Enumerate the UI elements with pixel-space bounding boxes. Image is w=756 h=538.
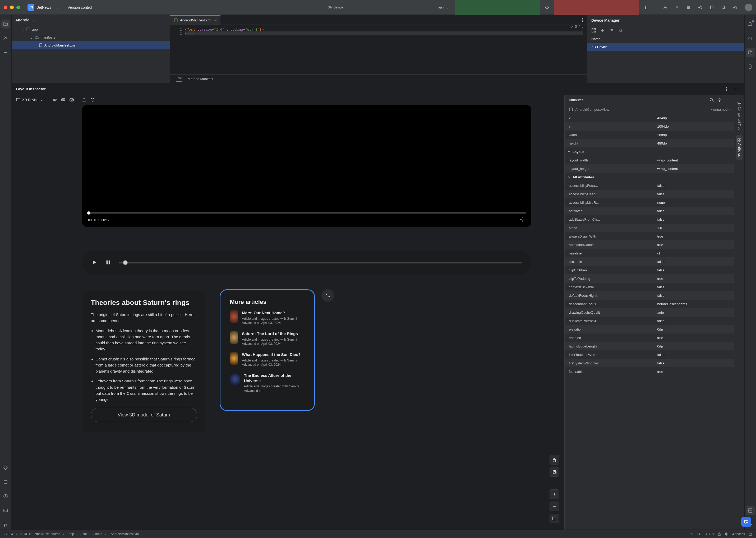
tree-node-manifests[interactable]: ⌄ manifests	[12, 33, 170, 41]
attr-row[interactable]: animationCachetrue	[565, 241, 734, 249]
breadcrumbs[interactable]: ▫2024-12-05_RC11_jetnews_xr_source›▫app›…	[4, 532, 140, 536]
add-device-icon[interactable]	[600, 28, 605, 33]
attr-row[interactable]: accessibilityHeadi…false	[565, 190, 734, 198]
editor-tab[interactable]: AndroidManifest.xml ×	[170, 15, 220, 25]
breadcrumb-item[interactable]: app	[69, 532, 74, 536]
structure-tool-button[interactable]	[1, 34, 10, 43]
device-manager-button[interactable]	[746, 48, 755, 57]
file-encoding[interactable]: UTF-8	[705, 532, 714, 536]
attributes-table[interactable]: x434dpy1004dpwidth288dpheight480dpLayout…	[565, 114, 734, 529]
attr-group-header[interactable]: Layout	[565, 147, 734, 156]
editor-subtab-text[interactable]: Text	[176, 76, 182, 82]
export-icon[interactable]	[82, 97, 87, 102]
more-article-item[interactable]: Mars: Our Next Home?Article and images c…	[230, 310, 305, 325]
play-button[interactable]	[91, 259, 97, 266]
search-icon[interactable]	[710, 98, 714, 102]
window-maximize-button[interactable]	[16, 6, 20, 9]
gear-icon[interactable]	[718, 98, 722, 102]
window-minimize-button[interactable]	[10, 6, 14, 9]
preview-area[interactable]: 00:00 • 00:17	[12, 105, 564, 529]
seek-handle[interactable]	[87, 211, 90, 215]
profiler-button[interactable]	[661, 3, 670, 12]
attr-row[interactable]: drawingCacheQualitauto	[565, 308, 734, 317]
video-settings-button[interactable]	[520, 217, 525, 223]
commit-button[interactable]	[672, 3, 681, 12]
attr-row[interactable]: alpha1.0	[565, 224, 734, 232]
editor-more-button[interactable]	[578, 16, 587, 25]
refresh-icon[interactable]	[90, 97, 95, 102]
project-name[interactable]: JetNews	[37, 5, 51, 10]
li-more-button[interactable]	[722, 84, 731, 93]
attr-row[interactable]: activatedfalse	[565, 207, 734, 215]
grid-icon[interactable]	[591, 28, 596, 33]
wifi-icon[interactable]	[609, 28, 614, 33]
attr-group-header[interactable]: All Attributes	[565, 173, 734, 181]
attr-row[interactable]: clipToPaddingtrue	[565, 274, 734, 283]
editor-body[interactable]: 5 ˄ ⌄ 1 2 <?xml version="1.0" encoding="…	[170, 25, 587, 74]
attr-row[interactable]: y1004dp	[565, 122, 734, 131]
vcs-menu[interactable]: Version control	[68, 5, 92, 10]
minimize-icon[interactable]	[725, 98, 729, 102]
settings-button[interactable]	[730, 3, 740, 12]
chevron-down-icon[interactable]: ⌄	[582, 25, 584, 28]
attr-row[interactable]: duplicateParentSt…false	[565, 317, 734, 325]
vcs-tool-button[interactable]	[1, 520, 10, 529]
attr-row[interactable]: layout_widthwrap_content	[565, 156, 734, 164]
eye-icon[interactable]	[52, 97, 57, 102]
avatar[interactable]	[745, 4, 752, 11]
attr-row[interactable]: enabledtrue	[565, 334, 734, 342]
tree-node-app[interactable]: ⌄ app	[12, 26, 170, 33]
expand-fab[interactable]	[321, 289, 334, 302]
code-area[interactable]: <?xml version="1.0" encoding="utf-8"?> <…	[185, 27, 583, 72]
more-article-item[interactable]: The Endless Allure of the UniverseArticl…	[230, 373, 305, 393]
attr-row[interactable]: x434dp	[565, 114, 734, 122]
code-with-me-button[interactable]	[684, 3, 693, 12]
attr-row[interactable]: addStatesFromCh…false	[565, 215, 734, 224]
gradle-button[interactable]	[746, 34, 755, 43]
chevron-up-icon[interactable]: ˄	[579, 25, 580, 28]
audio-handle[interactable]	[123, 260, 128, 265]
zoom-fit-button[interactable]	[550, 514, 559, 523]
video-seek-bar[interactable]	[87, 212, 526, 213]
attr-row[interactable]: defaultFocusHighli…false	[565, 291, 734, 300]
more-actions-button[interactable]	[641, 3, 650, 12]
layout-inspector-button[interactable]	[746, 506, 755, 515]
problems-tool-button[interactable]	[1, 492, 10, 501]
editor-problems-widget[interactable]: 5 ˄ ⌄	[570, 25, 584, 28]
project-view-selector[interactable]: Android ⌄	[12, 15, 170, 26]
breadcrumb-item[interactable]: AndroidManifest.xml	[111, 532, 140, 536]
view-3d-button[interactable]: View 3D model of Saturn	[91, 408, 197, 422]
editor-subtab-merged[interactable]: Merged Manifest	[188, 77, 213, 81]
attr-row[interactable]: baseline-1	[565, 249, 734, 257]
li-minimize-button[interactable]	[731, 84, 740, 93]
project-tree[interactable]: ⌄ app ⌄ manifests AndroidManifest.xml	[12, 26, 170, 83]
breadcrumb-item[interactable]: main	[95, 532, 102, 536]
attr-row[interactable]: descendantFocus…beforeDescendants	[565, 300, 734, 308]
breadcrumb-item[interactable]: 2024-12-05_RC11_jetnews_xr_source	[6, 532, 60, 536]
more-article-item[interactable]: What Happens if the Sun Dies?Article and…	[230, 352, 305, 367]
attr-row[interactable]: fitsSystemWindowsfalse	[565, 359, 734, 367]
assistant-fab[interactable]	[741, 517, 751, 527]
attr-row[interactable]: accessibilityLiveR…none	[565, 198, 734, 207]
bookmarks-tool-button[interactable]	[1, 463, 10, 472]
more-icon[interactable]: ⋯	[737, 37, 740, 41]
attr-row[interactable]: accessibilityFocu…false	[565, 181, 734, 190]
layers-mode-button[interactable]	[550, 467, 559, 477]
window-close-button[interactable]	[4, 6, 7, 9]
breadcrumb-item[interactable]: src	[83, 532, 87, 536]
attr-row[interactable]: clickablefalse	[565, 257, 734, 266]
audio-progress[interactable]	[119, 262, 522, 263]
snapshot-icon[interactable]	[69, 97, 74, 102]
preview-device-selector[interactable]: XR Device ⌄	[16, 97, 43, 102]
flame-icon[interactable]	[618, 28, 623, 33]
side-tab-component-tree[interactable]: Component Tree	[736, 98, 742, 134]
app-quality-button[interactable]	[696, 3, 705, 12]
zoom-in-button[interactable]	[550, 489, 559, 499]
attr-row[interactable]: filterTouchesWhe…false	[565, 350, 734, 359]
attr-row[interactable]: alwaysDrawnWith…true	[565, 232, 734, 241]
pan-button[interactable]	[550, 455, 559, 464]
more-tools-button[interactable]	[1, 48, 10, 57]
running-devices-button[interactable]	[746, 62, 755, 71]
tree-node-manifest-file[interactable]: AndroidManifest.xml	[12, 41, 170, 49]
attr-row[interactable]: height480dp	[565, 139, 734, 147]
